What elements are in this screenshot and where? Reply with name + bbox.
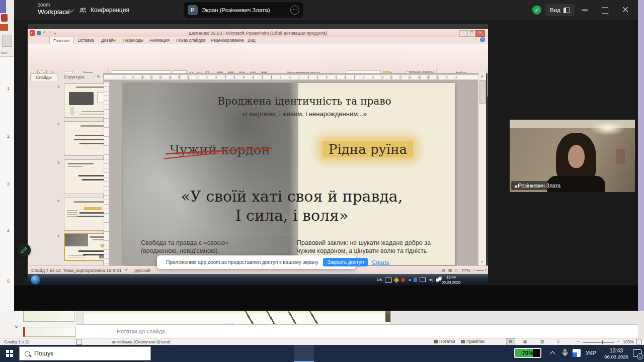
local-comments-button[interactable]: Примітки: [461, 339, 485, 344]
people-icon: [78, 6, 87, 15]
share-notice-text: Приложению app.zoom.us предоставлен дост…: [166, 259, 319, 265]
pencil-icon: [20, 246, 28, 254]
close-button[interactable]: [622, 6, 629, 13]
local-thumb-number[interactable]: 2: [7, 134, 10, 139]
local-view-slideshow[interactable]: ▷: [557, 339, 560, 344]
local-fit-window-icon[interactable]: [636, 339, 641, 344]
tab-screen-share[interactable]: P Экран (Розінкевич Злата) ⋯: [184, 2, 303, 18]
shared-ppt-titlebar: P ↶ ↷ ▾ Шевченко 06.03 - Microsoft Power…: [28, 29, 488, 37]
local-zoom-level[interactable]: 103%: [623, 339, 634, 344]
notification-center-icon[interactable]: 1: [633, 349, 641, 357]
local-ppt-icon: [1, 14, 8, 22]
thumb-number: 7: [57, 234, 59, 239]
slide-scrollbar[interactable]: ▲ ▼ ⌃⌃ ⌄⌄: [478, 73, 486, 286]
slide-subtitle[interactable]: «І мертвим, і живим, і ненарожденним...»: [164, 110, 445, 118]
tray-language[interactable]: УКР: [586, 350, 596, 356]
view-button[interactable]: Вид: [545, 4, 575, 16]
tray-clock[interactable]: 13:43 06.03.2026: [602, 347, 631, 360]
panel-close-icon[interactable]: ✕: [97, 74, 100, 79]
panel-tab-slides[interactable]: Слайды: [30, 73, 57, 81]
shared-win7-tray[interactable]: UK ◄ ◄) 13:44 06.03.2026: [377, 275, 460, 285]
hide-notice-link[interactable]: Скрыть: [372, 259, 389, 265]
local-zoom-thumb[interactable]: [602, 340, 603, 344]
scroll-down-arrow[interactable]: ▼: [480, 260, 484, 263]
background-window-sliver: [0, 0, 6, 13]
view-sorter-icon[interactable]: ▦: [448, 268, 452, 273]
stop-share-button[interactable]: Закрыть доступ: [323, 258, 368, 266]
zoom-in-icon[interactable]: +: [485, 267, 487, 273]
local-thumb-pane-bottom: 6: [0, 311, 77, 338]
tray-battery-icon: [420, 278, 426, 282]
ribbon-collapse-icon[interactable]: ⌃: [474, 38, 477, 42]
local-notes-button[interactable]: Нотатки: [434, 339, 455, 344]
local-zoom-out[interactable]: −: [577, 339, 579, 344]
ribbon-tab-view[interactable]: Вид: [244, 37, 259, 44]
annotation-pencil-button[interactable]: [17, 243, 31, 257]
maximize-button[interactable]: [602, 7, 608, 14]
scroll-up-arrow[interactable]: ▲: [480, 74, 484, 77]
ribbon-tab-slideshow[interactable]: Показ слайдов: [173, 37, 209, 44]
ribbon-tab-design[interactable]: Дизайн: [98, 37, 119, 44]
local-zoom-in[interactable]: +: [617, 339, 619, 344]
ribbon-tab-animations[interactable]: Анимация: [146, 37, 173, 44]
win7-start-button[interactable]: [31, 275, 40, 285]
zoom-out-icon[interactable]: −: [472, 267, 475, 273]
tab-meeting[interactable]: Конференция: [78, 4, 129, 16]
local-view-sorter[interactable]: ▦: [523, 339, 527, 344]
win10-start-button[interactable]: [6, 350, 13, 357]
zoom-brand: zoom Workplace: [38, 3, 70, 16]
slide-quote-line1[interactable]: «У своїй хаті своя й правда,: [133, 188, 450, 205]
tray-app-icon[interactable]: [573, 349, 581, 357]
ppt-minimize[interactable]: –: [459, 30, 468, 37]
tray-volume-icon: ◄): [428, 278, 434, 282]
slide-title[interactable]: Вроджена ідентичність та право: [164, 95, 445, 107]
slide-quote-line2[interactable]: І сила, і воля»: [133, 207, 450, 224]
view-slideshow-icon[interactable]: ▷: [455, 268, 458, 273]
local-bottom-thumb-number: 6: [15, 324, 18, 329]
participant-video-tile[interactable]: Розінкевич Злата: [510, 120, 635, 192]
local-thumb-number[interactable]: 1: [7, 86, 10, 91]
security-shield-icon[interactable]: ✓: [532, 6, 541, 15]
local-spell-icon[interactable]: [76, 339, 82, 345]
horizontal-ruler: 1817161514131211109876543210123456789101…: [104, 74, 480, 80]
local-status-slide: Слайд 1 з 11: [4, 339, 29, 344]
ribbon-tab-transitions[interactable]: Переходы: [120, 37, 147, 44]
highlighted-term[interactable]: Рідна руїна: [323, 141, 413, 157]
ribbon-tab-review[interactable]: Рецензирование: [207, 37, 248, 44]
notes-placeholder: Нотатки до слайда: [117, 328, 165, 334]
win10-search-box[interactable]: Пошук: [19, 346, 151, 360]
ribbon-tab-home[interactable]: Главная: [49, 37, 73, 44]
taskbar-zoom-active-tile[interactable]: [294, 345, 314, 362]
local-thumb-number[interactable]: 5: [7, 279, 10, 284]
screen-share-avatar: P: [188, 5, 198, 15]
thumb-number: 4: [57, 122, 59, 127]
tray-mic-icon[interactable]: [561, 349, 569, 357]
view-normal-icon[interactable]: ▤: [442, 268, 446, 273]
thumb-number: 3: [57, 84, 59, 89]
win10-battery-indicator[interactable]: 70%: [514, 348, 541, 358]
local-thumb-number[interactable]: 4: [7, 228, 10, 233]
desktop-edge-strip: [638, 0, 644, 345]
zoom-slider[interactable]: [476, 270, 484, 271]
zoom-titlebar: zoom Workplace Конференция P Экран (Розі…: [14, 0, 638, 20]
slide-canvas[interactable]: Вроджена ідентичність та право «І мертви…: [123, 83, 455, 265]
crossed-term[interactable]: Чужий кордон: [170, 142, 270, 157]
slide-divider: [141, 234, 445, 234]
slide-note-right[interactable]: Правовий заклик: не шукати жадане добро …: [297, 239, 448, 255]
local-zoom-track[interactable]: [583, 342, 614, 343]
local-view-reading[interactable]: ▥: [540, 339, 544, 344]
tray-expand-chevron[interactable]: [549, 351, 555, 356]
tab-more-icon[interactable]: ⋯: [290, 6, 299, 15]
ppt-close[interactable]: ✕: [475, 30, 485, 37]
local-thumb-number[interactable]: 3: [7, 182, 10, 187]
slide-note-left[interactable]: Свобода та правда є «своєю» (вродженою, …: [141, 239, 287, 255]
scroll-thumb[interactable]: [479, 80, 486, 104]
ppt-maximize[interactable]: ▢: [467, 30, 476, 37]
notes-mini-icon: [434, 340, 438, 343]
panel-tab-outline[interactable]: Структура: [59, 73, 89, 80]
spellcheck-icon[interactable]: ✔: [124, 267, 128, 273]
help-icon[interactable]: ?: [480, 37, 485, 42]
local-notes-pane[interactable]: Нотатки до слайда: [76, 324, 638, 338]
minimize-button[interactable]: [582, 10, 588, 11]
ribbon-tab-insert[interactable]: Вставка: [74, 37, 98, 44]
